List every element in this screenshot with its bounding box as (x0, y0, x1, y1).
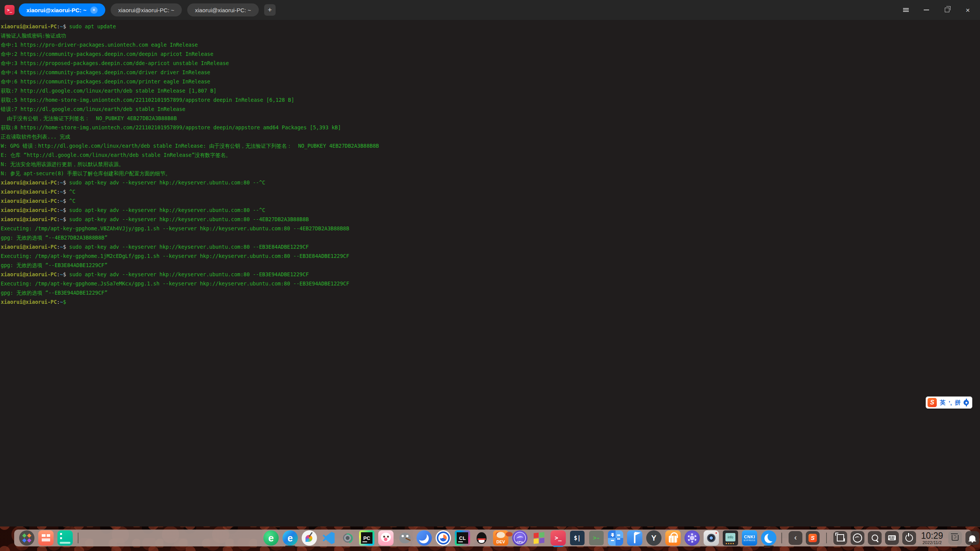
terminal-tab-1[interactable]: xiaorui@xiaorui-PC: ~× (19, 3, 105, 16)
dock-icon-gimp[interactable] (397, 530, 413, 546)
terminal-line: 正在读取软件包列表... 完成 (1, 132, 980, 141)
blueflag-icon (627, 530, 642, 546)
dock-icon-grayterm[interactable]: >- (589, 530, 604, 546)
tray-collapse-button[interactable]: ‹ (789, 531, 802, 545)
terminal-window: >_ xiaorui@xiaorui-PC: ~×xiaorui@xiaorui… (0, 0, 980, 527)
dock-icon-calc[interactable] (608, 530, 623, 546)
tray-shutdown-button[interactable] (902, 531, 916, 545)
close-icon[interactable]: × (964, 6, 972, 14)
trash-button[interactable] (948, 531, 962, 545)
vscode-icon (322, 532, 335, 544)
clion-icon: CL (455, 530, 470, 546)
terminal-line: gpg: 无效的选项 “--EB3E94ADBE1229CF” (1, 288, 980, 297)
terminal-line: 命中:3 https://proposed-packages.deepin.co… (1, 59, 980, 68)
ime-pinyin-mode[interactable]: 拼 (955, 399, 960, 406)
dock-icon-cpu[interactable]: CPU (512, 530, 528, 546)
dock-icon-windows[interactable] (531, 530, 547, 546)
ime-punctuation-mode[interactable]: ’, (949, 399, 952, 406)
bell-icon (969, 535, 975, 541)
dock-icon-clion[interactable]: CL (455, 530, 470, 546)
titlebar: >_ xiaorui@xiaorui-PC: ~×xiaorui@xiaorui… (0, 0, 980, 20)
dock-tray: ‹ S 10:29 2022/11/2 (778, 531, 979, 545)
terminal-line: 命中:6 https://community-packages.deepin.c… (1, 77, 980, 86)
clock[interactable]: 10:29 2022/11/2 (921, 531, 943, 545)
dock-icon-pycharm[interactable]: PC (359, 530, 374, 546)
terminal-line: gpg: 无效的选项 “--EB3E84ADBE1229CF” (1, 261, 980, 270)
dock-icon-camera[interactable] (704, 530, 719, 546)
calc-icon (608, 530, 623, 546)
terminal-line: 获取:8 https://home-store-img.uniontech.co… (1, 123, 980, 132)
dock-icon-uosbrowser[interactable] (436, 530, 451, 546)
dock-icon-cnki[interactable]: CNKIEXPRESS (742, 530, 757, 546)
dock-icon-dingtalk[interactable] (761, 530, 776, 546)
new-tab-button[interactable]: + (264, 4, 276, 16)
terminal-line: xiaorui@xiaorui-PC:~$ sudo apt-key adv -… (1, 242, 980, 251)
notification-center-button[interactable] (965, 531, 979, 545)
minimize-icon[interactable] (923, 6, 930, 14)
maximize-icon[interactable] (943, 6, 951, 14)
dock-icon-multitask[interactable] (38, 530, 54, 546)
uosbrowser-icon (436, 530, 451, 546)
dock-icon-desktop[interactable] (57, 530, 73, 546)
ime-settings-gear-icon[interactable] (964, 400, 969, 405)
terminal-line: 错误:7 http://dl.google.com/linux/earth/de… (1, 104, 980, 114)
tray-search-button[interactable] (868, 531, 882, 545)
menu-icon[interactable] (902, 6, 910, 14)
gimp-icon (399, 533, 411, 543)
terminal-line: xiaorui@xiaorui-PC:~$ sudo apt update (1, 22, 980, 31)
dock-icon-shellterm[interactable]: $| (570, 530, 585, 546)
tab-title: xiaorui@xiaorui-PC: ~ (195, 7, 251, 13)
dock-icon-wavebrowser[interactable] (416, 530, 432, 546)
dock-icon-driver[interactable] (340, 530, 355, 546)
qq-icon (477, 532, 487, 544)
dock-icon-draw[interactable] (302, 530, 317, 546)
dock-apps-section: eePCCLDEVCPU>_$|>-YinfoCNKIEXPRESS (261, 530, 778, 546)
dock-icon-vscode[interactable] (321, 530, 336, 546)
dock-icon-blueflag[interactable] (627, 530, 642, 546)
terminal-line: xiaorui@xiaorui-PC:~$ (1, 297, 980, 306)
dock-icon-launcher[interactable] (19, 530, 34, 546)
trash-icon (952, 535, 959, 541)
dock-icon-edge[interactable]: e (283, 530, 298, 546)
terminal-tab-2[interactable]: xiaorui@xiaorui-PC: ~ (111, 3, 182, 16)
multitask-icon (38, 530, 54, 546)
tray-system-monitor-button[interactable] (851, 531, 864, 545)
tab-title: xiaorui@xiaorui-PC: ~ (26, 7, 87, 13)
dock-fixed-section (17, 530, 75, 546)
dock-icon-qq[interactable] (474, 530, 489, 546)
dock-icon-store[interactable] (665, 530, 681, 546)
window-controls: × (902, 6, 972, 14)
dock-icon-pinkapp[interactable] (378, 530, 394, 546)
keyboard-icon (888, 535, 896, 540)
tray-screenshot-button[interactable] (833, 531, 847, 545)
tray-onscreen-keyboard-button[interactable] (885, 531, 899, 545)
terminal-line: gpg: 无效的选项 “--4EB27DB2A3B88B8B” (1, 233, 980, 242)
terminal-line: xiaorui@xiaorui-PC:~$ ^C (1, 196, 980, 205)
terminal-line: N: 参见 apt-secure(8) 手册以了解仓库创建和用户配置方面的细节。 (1, 169, 980, 178)
ime-indicator[interactable]: S 英 ’, 拼 (926, 396, 972, 409)
running-indicator (764, 546, 774, 547)
tab-close-icon[interactable]: × (90, 7, 98, 14)
controlcenter-icon (684, 530, 700, 546)
tab-title: xiaorui@xiaorui-PC: ~ (118, 7, 175, 13)
dock-icon-info[interactable]: info (723, 530, 738, 546)
terminal-line: xiaorui@xiaorui-PC:~$ ^C (1, 187, 980, 196)
dock-icon-controlcenter[interactable] (684, 530, 700, 546)
ime-language-mode[interactable]: 英 (940, 399, 946, 406)
dock-icon-dev[interactable]: DEV (493, 530, 508, 546)
terminal-output[interactable]: xiaorui@xiaorui-PC:~$ sudo apt update请验证… (0, 20, 980, 306)
terminal-line: N: 无法安全地用该源进行更新，所以默认禁用该源。 (1, 160, 980, 169)
power-icon (905, 534, 913, 542)
launcher-icon (19, 530, 34, 546)
cnki-icon: CNKIEXPRESS (742, 530, 757, 546)
terminal-line: 获取:5 https://home-store-img.uniontech.co… (1, 95, 980, 104)
dock-icon-e-browser[interactable]: e (263, 530, 279, 546)
camera-icon (704, 530, 719, 546)
e-browser-icon: e (263, 530, 279, 546)
terminal-tab-3[interactable]: xiaorui@xiaorui-PC: ~ (187, 3, 259, 16)
info-icon: info (723, 530, 738, 546)
tray-sogou-input[interactable]: S (806, 531, 820, 545)
terminal-line: 命中:4 https://community-packages.deepin.c… (1, 68, 980, 77)
dock-icon-yapp[interactable]: Y (646, 530, 662, 546)
dock-icon-dterm[interactable]: >_ (550, 530, 566, 546)
